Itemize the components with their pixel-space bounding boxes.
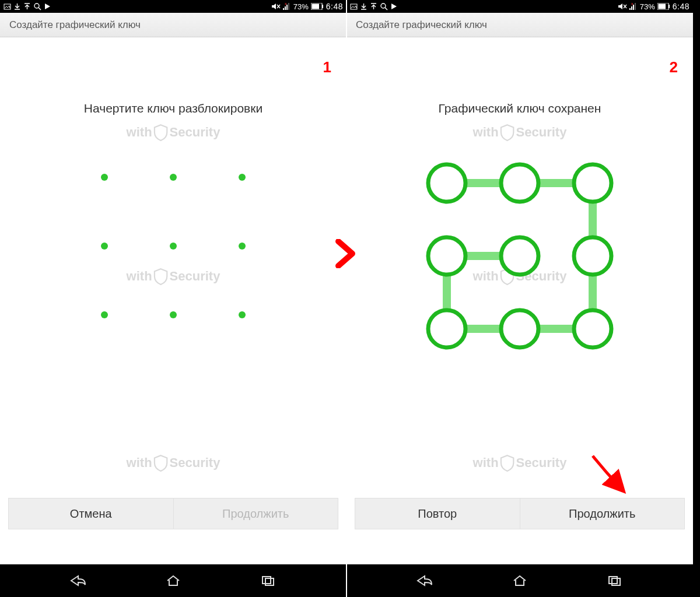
pattern-node-6[interactable]: [574, 237, 611, 275]
svg-rect-23: [612, 578, 620, 585]
recent-button[interactable]: [598, 571, 633, 590]
pattern-node-1[interactable]: [428, 164, 466, 202]
svg-text:x: x: [631, 2, 634, 6]
svg-rect-8: [312, 4, 319, 9]
status-bar: x 73% 6:48: [0, 0, 346, 13]
svg-rect-22: [609, 577, 617, 584]
svg-point-13: [381, 3, 386, 8]
pattern-dot-1[interactable]: [101, 174, 108, 181]
pattern-node-3[interactable]: [574, 164, 611, 202]
search-icon: [380, 2, 388, 10]
battery-icon: [657, 3, 670, 10]
image-icon: [4, 3, 11, 10]
download-icon: [13, 3, 21, 10]
svg-text:x: x: [285, 2, 287, 6]
search-icon: [33, 2, 41, 10]
cancel-button[interactable]: Отмена: [9, 498, 173, 529]
watermark: withSecurity: [127, 124, 220, 141]
pattern-dot-7[interactable]: [101, 311, 108, 318]
title-bar: Создайте графический ключ: [0, 13, 346, 37]
pattern-dot-4[interactable]: [101, 243, 108, 250]
home-button[interactable]: [156, 571, 191, 590]
status-right-icons: x 73% 6:48: [618, 2, 690, 11]
download-icon: [360, 3, 368, 10]
svg-rect-5: [288, 3, 289, 10]
content-area[interactable]: 2 Графический ключ сохранен withSecurity…: [346, 37, 693, 564]
watermark: withSecurity: [473, 454, 567, 472]
nav-bar: [0, 564, 346, 597]
continue-button: Продолжить: [173, 498, 338, 529]
nav-bar: [346, 564, 693, 597]
pattern-node-8[interactable]: [501, 310, 538, 347]
title-bar: Создайте графический ключ: [346, 13, 693, 37]
watermark: withSecurity: [127, 454, 220, 472]
status-right-icons: x 73% 6:48: [271, 2, 343, 11]
volume-mute-icon: [271, 2, 281, 10]
pattern-drawn[interactable]: [415, 151, 625, 361]
watermark: withSecurity: [473, 124, 567, 141]
svg-rect-3: [285, 6, 286, 10]
continue-button[interactable]: Продолжить: [520, 498, 685, 529]
svg-rect-2: [283, 8, 284, 10]
svg-rect-11: [265, 578, 274, 585]
status-bar: x 73% 6:48: [346, 0, 693, 13]
svg-rect-10: [262, 577, 271, 584]
content-area[interactable]: 1 Начертите ключ разблокировки withSecur…: [0, 37, 346, 564]
back-button[interactable]: [61, 571, 96, 590]
svg-rect-21: [668, 5, 670, 8]
svg-rect-17: [635, 3, 636, 10]
clock: 6:48: [673, 2, 690, 11]
clock: 6:48: [326, 2, 343, 11]
arrow-annotation-icon: [588, 451, 635, 498]
button-row: Повтор Продолжить: [355, 498, 685, 529]
pattern-grid[interactable]: [92, 164, 255, 328]
pattern-dot-3[interactable]: [239, 174, 246, 181]
pattern-node-2[interactable]: [501, 164, 538, 202]
instruction-text: Начертите ключ разблокировки: [0, 101, 346, 115]
svg-rect-14: [629, 8, 631, 10]
pattern-dot-6[interactable]: [239, 243, 246, 250]
upload-icon: [23, 3, 31, 10]
volume-mute-icon: [618, 2, 627, 10]
svg-rect-20: [658, 4, 666, 9]
phone-screen-1: x 73% 6:48 Создайте графический ключ 1 Н…: [0, 0, 346, 597]
battery-percent: 73%: [640, 2, 655, 11]
svg-point-1: [34, 3, 39, 8]
screen-divider: [346, 0, 347, 597]
play-store-icon: [44, 2, 52, 10]
pattern-node-9[interactable]: [574, 310, 611, 347]
battery-percent: 73%: [293, 2, 309, 11]
instruction-text: Графический ключ сохранен: [346, 101, 693, 115]
retry-button[interactable]: Повтор: [355, 498, 520, 529]
button-row: Отмена Продолжить: [8, 498, 338, 529]
phone-screen-2: x 73% 6:48 Создайте графический ключ 2 Г…: [346, 0, 693, 597]
page-title: Создайте графический ключ: [9, 19, 141, 31]
home-button[interactable]: [502, 571, 537, 590]
play-store-icon: [390, 2, 398, 10]
upload-icon: [370, 3, 377, 10]
signal-icon: x: [629, 2, 638, 10]
step-number: 1: [323, 58, 331, 76]
svg-rect-9: [322, 5, 323, 8]
page-title: Создайте графический ключ: [356, 19, 487, 31]
status-left-icons: [4, 2, 52, 10]
pattern-dot-2[interactable]: [170, 174, 177, 181]
image-icon: [350, 3, 358, 10]
recent-button[interactable]: [251, 571, 286, 590]
pattern-node-5[interactable]: [501, 237, 538, 275]
pattern-dot-8[interactable]: [170, 311, 177, 318]
pattern-node-4[interactable]: [428, 237, 466, 275]
pattern-dot-5[interactable]: [170, 243, 177, 250]
status-left-icons: [350, 2, 398, 10]
back-button[interactable]: [407, 571, 442, 590]
signal-icon: x: [283, 2, 291, 10]
pattern-dot-9[interactable]: [239, 311, 246, 318]
svg-rect-15: [631, 6, 632, 10]
battery-icon: [311, 3, 324, 10]
pattern-node-7[interactable]: [428, 310, 466, 347]
step-number: 2: [670, 58, 678, 76]
